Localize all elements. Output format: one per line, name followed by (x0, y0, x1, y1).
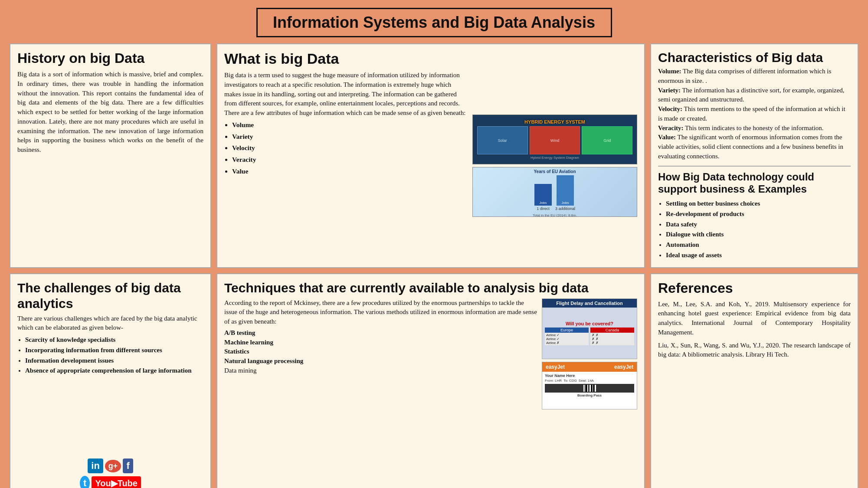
technique-nlp: Natural language processing (224, 357, 537, 366)
challenges-list: Scarcity of knowledge specialists Incorp… (25, 335, 203, 377)
aviation-label: Years of EU Aviation (534, 169, 576, 174)
boarding-image: easyJet easyJet Your Name Here From: LHR… (542, 362, 637, 409)
technique-stats: Statistics (224, 347, 537, 357)
references-heading: References (658, 280, 851, 296)
list-item-velocity: Velocity (232, 143, 468, 154)
char-veracity: Veracity: This term indicates to the hon… (658, 124, 851, 133)
char-sub-list: Settling on better business choices Re-d… (666, 199, 851, 260)
techniques-inner: According to the report of Mckinsey, the… (224, 298, 637, 488)
references-card: References Lee, M., Lee, S.A. and Koh, Y… (650, 273, 858, 488)
char-sub-item-5: Automation (666, 240, 851, 250)
technique-dm: Data mining (224, 366, 537, 376)
flight-header: Flight Delay and Cancellation (542, 299, 637, 308)
characteristics-card: Characteristics of Big data Volume: The … (650, 43, 858, 268)
challenges-image-area: in g+ f t You▶Tube (17, 455, 203, 488)
list-item-volume: Volume (232, 120, 468, 131)
history-card: History on big Data Big data is a sort o… (10, 43, 211, 268)
boarding-sub: Boarding Pass (545, 393, 634, 397)
what-text-area: Big data is a term used to suggest the h… (224, 71, 468, 261)
char-variety: Variety: The information has a distincti… (658, 86, 851, 105)
title-box: Information Systems and Big Data Analysi… (256, 8, 612, 37)
what-heading: What is big Data (224, 50, 637, 67)
challenges-card: The challenges of big data analytics The… (10, 273, 211, 488)
char-heading: Characteristics of Big data (658, 50, 851, 65)
history-heading: History on big Data (17, 50, 203, 66)
linkedin-icon: in (88, 459, 103, 473)
flight-sub: Will you be covered? (545, 321, 634, 326)
what-images: HYBRID ENERGY SYSTEM Solar Wind Grid Hyb… (472, 71, 637, 261)
facebook-icon: f (123, 459, 133, 473)
history-body: Big data is a sort of information which … (17, 70, 203, 155)
challenge-item-2: Incorporating information from different… (25, 346, 203, 355)
challenges-body: There are various challenges which are f… (17, 314, 203, 333)
char-sub-item-2: Re-development of products (666, 210, 851, 219)
title-container: Information Systems and Big Data Analysi… (10, 8, 858, 37)
boarding-body: Your Name Here From: LHR To: CDG Seat: 1… (542, 372, 637, 409)
what-card: What is big Data Big data is a term used… (216, 43, 645, 268)
char-volume: Volume: The Big data comprises of differ… (658, 67, 851, 86)
twitter-icon: t (80, 476, 90, 488)
challenge-item-1: Scarcity of knowledge specialists (25, 335, 203, 345)
techniques-text-area: According to the report of Mckinsey, the… (224, 298, 537, 488)
page-title: Information Systems and Big Data Analysi… (266, 13, 602, 32)
page-wrapper: Information Systems and Big Data Analysi… (0, 0, 868, 488)
char-lower: How Big Data technology could support bu… (658, 166, 851, 261)
challenge-item-3: Information development issues (25, 356, 203, 366)
char-upper: Characteristics of Big data Volume: The … (658, 50, 851, 161)
char-sub-item-4: Dialogue with clients (666, 230, 851, 239)
what-body: Big data is a term used to suggest the h… (224, 71, 468, 118)
list-item-variety: Variety (232, 131, 468, 142)
char-sub-item-1: Settling on better business choices (666, 199, 851, 209)
energy-image: HYBRID ENERGY SYSTEM Solar Wind Grid Hyb… (472, 115, 637, 164)
reference-1: Lee, M., Lee, S.A. and Koh, Y., 2019. Mu… (658, 300, 851, 337)
list-item-veracity: Veracity (232, 154, 468, 165)
energy-label: HYBRID ENERGY SYSTEM (524, 119, 585, 124)
reference-2: Liu, X., Sun, R., Wang, S. and Wu, Y.J.,… (658, 341, 851, 360)
main-grid: History on big Data Big data is a sort o… (10, 43, 858, 488)
what-inner: Big data is a term used to suggest the h… (224, 71, 637, 261)
char-sub-item-6: Ideal usage of assets (666, 251, 851, 260)
char-sub-item-3: Data safety (666, 220, 851, 229)
aviation-image: Years of EU Aviation Jobs 1 direct Jobs … (472, 167, 637, 217)
flight-body: Will you be covered? Europe Airline ✓Air… (542, 308, 637, 359)
flight-image: Flight Delay and Cancellation Will you b… (542, 298, 637, 359)
boarding-header: easyJet easyJet (542, 362, 637, 372)
techniques-heading: Techniques that are currently available … (224, 280, 637, 296)
technique-ab: A/B testing (224, 328, 537, 338)
char-sub-heading: How Big Data technology could support bu… (658, 171, 851, 196)
techniques-card: Techniques that are currently available … (216, 273, 645, 488)
char-velocity: Velocity: This term mentions to the spee… (658, 105, 851, 124)
gplus-icon: g+ (105, 460, 121, 472)
techniques-body: According to the report of Mckinsey, the… (224, 298, 537, 327)
list-item-value: Value (232, 166, 468, 177)
youtube-icon: You▶Tube (92, 476, 141, 488)
technique-ml: Machine learning (224, 338, 537, 347)
char-value: Value: The significant worth of enormous… (658, 133, 851, 161)
what-list: Volume Variety Velocity Veracity Value (232, 120, 468, 177)
challenge-item-4: Absence of appropriate comprehension of … (25, 366, 203, 376)
techniques-images: Flight Delay and Cancellation Will you b… (542, 298, 637, 488)
challenges-heading: The challenges of big data analytics (17, 280, 203, 311)
